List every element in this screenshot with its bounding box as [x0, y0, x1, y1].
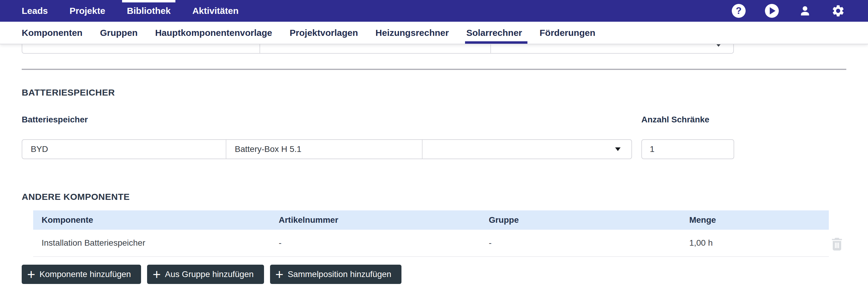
add-from-group-button[interactable]: + Aus Gruppe hinzufügen [147, 265, 264, 284]
library-tab-bar: Komponenten Gruppen Hauptkomponentenvorl… [0, 22, 868, 44]
components-table: Komponente Artikelnummer Gruppe Menge In… [33, 210, 829, 257]
plus-icon: + [276, 266, 284, 283]
battery-manufacturer-field[interactable]: BYD [22, 140, 226, 158]
nav-item-projekte[interactable]: Projekte [70, 0, 105, 22]
header-menge: Menge [681, 215, 829, 225]
tab-komponenten[interactable]: Komponenten [22, 22, 83, 44]
top-navigation-bar: Leads Projekte Bibliothek Aktivitäten ? [0, 0, 868, 22]
add-buttons-row: + Komponente hinzufügen + Aus Gruppe hin… [22, 265, 401, 284]
button-label: Aus Gruppe hinzufügen [161, 269, 258, 279]
components-table-header: Komponente Artikelnummer Gruppe Menge [33, 210, 829, 230]
plus-icon: + [153, 266, 161, 283]
tab-foerderungen[interactable]: Förderungen [539, 22, 595, 44]
tab-projektvorlagen[interactable]: Projektvorlagen [290, 22, 358, 44]
header-artikelnummer: Artikelnummer [270, 215, 480, 225]
nav-item-leads[interactable]: Leads [22, 0, 48, 22]
nav-item-aktivitaeten[interactable]: Aktivitäten [192, 0, 239, 22]
cell-artikelnummer: - [270, 238, 480, 248]
tab-label: Heizungsrechner [375, 28, 449, 38]
battery-model-value: Battery-Box H 5.1 [235, 144, 301, 154]
section-divider [22, 69, 846, 70]
header-gruppe: Gruppe [480, 215, 681, 225]
batteriespeicher-field-label: Batteriespeicher [22, 115, 88, 124]
battery-model-field[interactable]: Battery-Box H 5.1 [226, 140, 423, 158]
button-label: Komponente hinzufügen [35, 269, 135, 279]
header-komponente: Komponente [33, 215, 270, 225]
tab-heizungsrechner[interactable]: Heizungsrechner [375, 22, 449, 44]
tab-label: Solarrechner [466, 28, 522, 38]
plus-icon: + [27, 266, 35, 283]
button-label: Sammelposition hinzufügen [283, 269, 396, 279]
tab-gruppen[interactable]: Gruppen [100, 22, 138, 44]
tab-label: Hauptkomponentenvorlage [155, 28, 272, 38]
battery-variant-dropdown[interactable] [423, 140, 631, 158]
nav-item-label: Aktivitäten [192, 6, 239, 16]
delete-row-button[interactable] [831, 237, 843, 251]
nav-item-bibliothek[interactable]: Bibliothek [127, 0, 170, 22]
top-nav-icon-group: ? [732, 4, 868, 18]
play-triangle-icon [770, 7, 775, 14]
cell-gruppe: - [480, 238, 681, 248]
settings-gear-icon[interactable] [831, 4, 845, 18]
anzahl-schraenke-label: Anzahl Schränke [641, 115, 710, 124]
tab-label: Komponenten [22, 28, 83, 38]
cell-komponente: Installation Batteriespeicher [33, 238, 270, 248]
battery-selector-group: BYD Battery-Box H 5.1 [22, 139, 632, 159]
add-sammelposition-button[interactable]: + Sammelposition hinzufügen [270, 265, 402, 284]
chevron-down-icon [615, 147, 621, 151]
nav-item-label: Leads [22, 6, 48, 16]
help-icon[interactable]: ? [732, 4, 746, 18]
cell-menge: 1,00 h [681, 238, 829, 248]
tab-solarrechner[interactable]: Solarrechner [466, 22, 522, 44]
tab-label: Projektvorlagen [290, 28, 358, 38]
tab-label: Gruppen [100, 28, 138, 38]
main-menu: Leads Projekte Bibliothek Aktivitäten [0, 0, 239, 22]
trash-icon [831, 237, 843, 251]
other-components-section-title: ANDERE KOMPONENTE [22, 192, 130, 202]
nav-item-label: Projekte [70, 6, 105, 16]
add-komponente-button[interactable]: + Komponente hinzufügen [22, 265, 141, 284]
nav-item-label: Bibliothek [127, 6, 170, 16]
battery-manufacturer-value: BYD [31, 144, 48, 154]
help-glyph: ? [736, 5, 742, 16]
play-tour-icon[interactable] [765, 4, 779, 18]
user-account-icon[interactable] [798, 4, 812, 18]
tab-label: Förderungen [539, 28, 595, 38]
table-row: Installation Batteriespeicher - - 1,00 h [33, 230, 829, 257]
battery-section-title: BATTERIESPEICHER [22, 87, 115, 98]
tab-hauptkomponentenvorlage[interactable]: Hauptkomponentenvorlage [155, 22, 272, 44]
anzahl-schraenke-input[interactable] [641, 139, 734, 159]
